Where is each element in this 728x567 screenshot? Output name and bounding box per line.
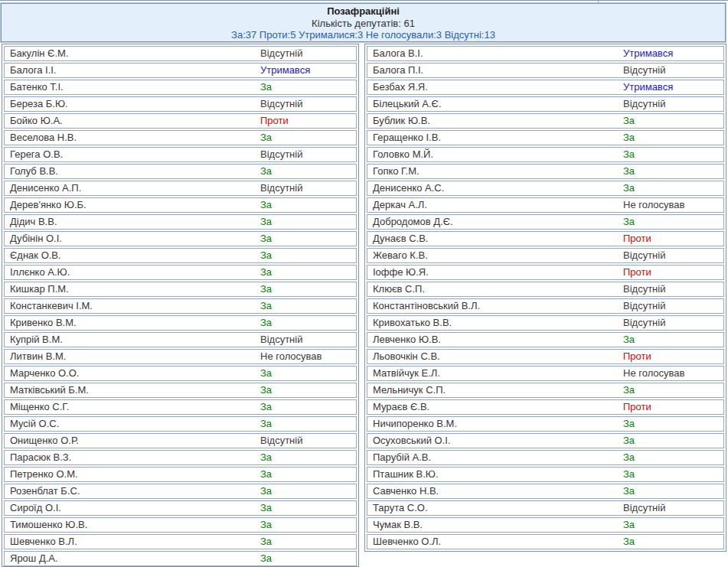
deputy-name: Бойко Ю.А. [10,114,63,128]
deputy-row: Петренко О.М.За [4,467,357,482]
deputy-name: Клюєв С.П. [373,282,425,296]
vote-value: Не голосував [623,198,685,212]
deputy-name: Мельничук С.П. [373,383,446,397]
vote-value: Відсутній [623,64,665,77]
vote-value: За [623,417,635,431]
deputy-row: Береза Б.Ю.Відсутній [4,96,357,112]
vote-value: Відсутній [260,333,302,347]
vote-value: За [260,383,272,397]
deputy-row: Сироїд О.І.За [4,500,357,516]
deputy-row: Клюєв С.П.Відсутній [367,282,724,297]
deputy-row: Іллєнко А.Ю.За [4,265,357,280]
vote-value: За [623,468,635,481]
deputy-row: Парубій А.В.За [367,450,724,465]
deputy-row: Онищенко О.Р.Відсутній [4,433,357,448]
deputy-name: Шевченко В.Л. [10,535,77,549]
deputy-row: Геращенко І.В.За [367,130,724,145]
deputy-row: Матківський Б.М.За [4,383,357,398]
deputy-name: Дубінін О.І. [10,232,62,246]
vote-value: За [260,282,272,296]
deputy-name: Осуховський О.І. [373,434,451,448]
vote-value: За [260,468,272,481]
deputy-row: Герега О.В.Відсутній [4,147,357,162]
deputy-row: Деркач А.Л.Не голосував [367,197,724,213]
deputy-row: Денисенко А.П.Відсутній [4,181,357,196]
deputy-name: Матвійчук Е.Л. [373,367,440,380]
deputy-name: Парубій А.В. [373,451,431,464]
deputy-row: Тимошенко Ю.В.За [4,517,357,533]
deputy-name: Деркач А.Л. [373,198,427,212]
deputy-row: Марченко О.О.За [4,366,357,381]
deputy-name: Кривенко В.М. [10,316,77,330]
deputy-name: Пташник В.Ю. [373,468,439,481]
vote-value: Відсутній [260,97,302,111]
deputy-row: Литвин В.М.Не голосував [4,349,357,364]
vote-value: Відсутній [260,181,302,195]
deputy-row: Мельничук С.П.За [367,383,724,398]
deputy-name: Литвин В.М. [10,350,66,363]
deputy-name: Білецький А.Є. [373,97,442,111]
deputy-name: Міщенко С.Г. [10,400,69,414]
deputy-name: Матківський Б.М. [10,383,89,397]
vote-value: Не голосував [260,350,322,363]
vote-value: Відсутній [623,249,665,262]
vote-value: За [260,249,272,262]
deputy-name: Іоффе Ю.Я. [373,266,429,279]
vote-value: За [623,434,635,448]
deputy-name: Балога В.І. [373,47,423,60]
vote-value: Проти [623,400,651,414]
deputy-row: Міщенко С.Г.За [4,399,357,415]
voting-results-page: Позафракційні Кількість депутатів: 61 За… [0,0,728,567]
vote-value: За [260,484,272,498]
deputy-name: Дунаєв С.В. [373,232,428,246]
deputy-row: Константіновський В.Л.Відсутній [367,298,724,314]
deputy-name: Герега О.В. [10,148,63,161]
vote-value: За [260,400,272,414]
deputy-row: Чумак В.В.За [367,517,724,533]
vote-value: За [623,333,635,347]
deputy-row: Левченко Ю.В.За [367,332,724,347]
deputy-row: Батенко Т.І.За [4,80,357,95]
deputy-name: Льовочкін С.В. [373,350,440,363]
vote-value: За [260,165,272,178]
vote-value: Утримався [623,80,673,94]
vote-value: Відсутній [260,47,302,60]
deputy-row: Бублик Ю.В.За [367,113,724,129]
vote-value: За [260,367,272,380]
deputy-name: Мусій О.С. [10,417,59,431]
deputy-name: Жеваго К.В. [373,249,428,262]
vote-value: Відсутній [623,97,665,111]
vote-value: За [260,417,272,431]
deputy-row: Єднак О.В.За [4,248,357,263]
deputy-name: Веселова Н.В. [10,131,77,145]
deputy-row: Кривохатько В.В.Відсутній [367,315,724,331]
deputy-row: Парасюк В.З.За [4,450,357,465]
deputy-name: Розенблат Б.С. [10,484,80,498]
deputy-name: Чумак В.В. [373,518,423,532]
deputy-name: Балога І.І. [10,64,56,77]
vote-value: За [623,131,635,145]
deputy-row: Шевченко В.Л.За [4,534,357,549]
deputy-name: Тимошенко Ю.В. [10,518,87,532]
deputy-row: Балога В.І.Утримався [367,46,724,61]
deputy-name: Голуб В.В. [10,165,58,178]
vote-value: За [260,232,272,246]
deputy-row: Бакулін Є.М.Відсутній [4,46,357,61]
vote-value: За [623,484,635,498]
faction-header: Позафракційні Кількість депутатів: 61 За… [1,3,726,42]
deputy-name: Безбах Я.Я. [373,80,428,94]
vote-value: За [260,198,272,212]
deputy-row: Балога І.І.Утримався [4,63,357,78]
deputy-row: Констанкевич І.М.За [4,298,357,314]
deputy-row: Пташник В.Ю.За [367,467,724,482]
vote-value: За [260,535,272,549]
deputy-name: Кривохатько В.В. [373,316,452,330]
deputy-row: Розенблат Б.С.За [4,484,357,499]
deputy-name: Кишкар П.М. [10,282,69,296]
deputy-row: Білецький А.Є.Відсутній [367,96,724,112]
deputy-name: Онищенко О.Р. [10,434,79,448]
deputy-row: Кишкар П.М.За [4,282,357,297]
vote-value: За [260,80,272,94]
vote-value: За [623,215,635,229]
vote-value: Відсутній [623,316,665,330]
